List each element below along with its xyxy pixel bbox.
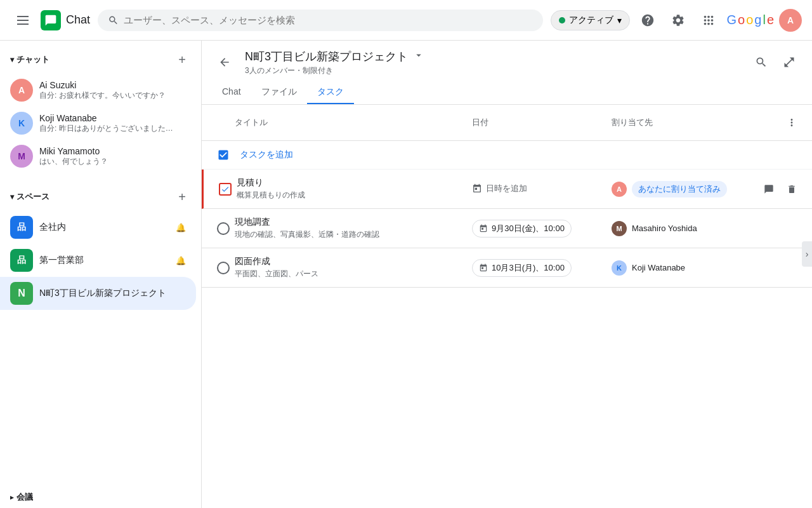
space-icon-n-project: N: [10, 282, 33, 305]
app-icon: [41, 10, 61, 30]
expand-button[interactable]: [776, 50, 802, 75]
chat-item-miki-yamamoto[interactable]: M Miki Yamamoto はい、何でしょう？: [0, 140, 196, 173]
apps-button[interactable]: [696, 8, 721, 33]
assignee-avatar-2: K: [612, 260, 627, 276]
meetings-chevron-icon: ▸: [10, 493, 14, 502]
add-task-label[interactable]: タスクを追加: [240, 149, 293, 161]
space-item-zenshain[interactable]: 品 全社内 🔔: [0, 211, 196, 244]
collapse-handle[interactable]: ›: [802, 241, 812, 267]
add-task-row[interactable]: タスクを追加: [202, 141, 812, 170]
space-item-daiichi[interactable]: 品 第一営業部 🔔: [0, 244, 196, 277]
back-arrow-icon: [218, 56, 231, 69]
hamburger-icon: [12, 11, 34, 30]
task-circle-2[interactable]: [217, 262, 230, 274]
chats-section-header[interactable]: ▾ チャット +: [0, 46, 201, 74]
task-date-0[interactable]: 日時を追加: [472, 183, 612, 196]
space-icon-zenshain: 品: [10, 216, 33, 239]
search-input[interactable]: [124, 15, 533, 25]
expand-icon: [783, 56, 796, 69]
add-date-chip-0[interactable]: 日時を追加: [472, 183, 527, 194]
assignee-chip-0[interactable]: あなたに割り当て済み: [632, 181, 727, 197]
space-title-dropdown-button[interactable]: [412, 48, 426, 64]
user-avatar[interactable]: A: [779, 9, 802, 32]
content-tabs: Chat ファイル タスク: [212, 81, 802, 104]
meetings-title: 会議: [16, 491, 33, 503]
more-options-header-button[interactable]: [782, 112, 802, 133]
col-actions-header: [751, 112, 802, 133]
tab-files[interactable]: ファイル: [251, 81, 307, 104]
topbar-right: アクティブ ▾ Google A: [551, 8, 802, 33]
app-title: Chat: [66, 13, 90, 27]
calendar-icon-2: [479, 264, 488, 272]
topbar: Chat アクティブ ▾ Google A: [0, 0, 812, 41]
task-row-0: 見積り 概算見積もりの作成 日時を追加 A あなたに割り当て済み: [202, 170, 812, 209]
task-actions-0: [751, 179, 802, 199]
chat-item-koji-watanabe[interactable]: K Koji Watanabe 自分: 昨日はありがとうございました…: [0, 107, 196, 140]
add-task-checkmark-icon: [217, 149, 230, 161]
task-row-1: 現地調査 現地の確認、写真撮影、近隣・道路の確認 9月30日(金)、10:00 …: [202, 209, 812, 248]
hamburger-button[interactable]: [10, 8, 36, 33]
date-chip-1[interactable]: 9月30日(金)、10:00: [472, 220, 572, 237]
chat-item-preview: はい、何でしょう？: [39, 156, 186, 167]
collapse-icon: ›: [806, 249, 809, 259]
avatar-miki-yamamoto: M: [10, 145, 33, 168]
task-circle-1[interactable]: [217, 222, 230, 235]
col-assign-header: 割り当て先: [612, 117, 751, 128]
spaces-section: ▾ スペース + 品 全社内 🔔 品 第一営業部 🔔: [0, 178, 201, 315]
content-area: N町3丁目ビル新築プロジェクト 3人のメンバー・制限付き: [202, 41, 812, 508]
space-title-area: N町3丁目ビル新築プロジェクト 3人のメンバー・制限付き: [245, 48, 741, 76]
back-button[interactable]: [212, 50, 237, 75]
add-space-button[interactable]: +: [173, 188, 191, 206]
meetings-header[interactable]: ▸ 会議: [0, 486, 201, 508]
task-name-0: 見積り: [237, 177, 472, 189]
more-vert-icon: [786, 117, 797, 128]
settings-button[interactable]: [665, 8, 691, 33]
add-task-icon-area: [212, 149, 235, 161]
tab-chat[interactable]: Chat: [212, 81, 251, 104]
help-button[interactable]: [635, 8, 660, 33]
task-check-2[interactable]: [212, 262, 235, 274]
chats-section-title: ▾ チャット: [10, 54, 49, 65]
task-area: タイトル 日付 割り当て先 タスクを追加: [202, 105, 812, 508]
apps-icon: [702, 13, 716, 27]
task-check-1[interactable]: [212, 222, 235, 235]
space-item-info-n-project: N町3丁目ビル新築プロジェクト: [39, 288, 186, 299]
content-header-top: N町3丁目ビル新築プロジェクト 3人のメンバー・制限付き: [212, 48, 802, 76]
chat-item-ai-suzuki[interactable]: A Ai Suzuki 自分: お疲れ様です。今いいですか？: [0, 74, 196, 107]
task-check-0[interactable]: [214, 183, 237, 196]
chat-item-name: Ai Suzuki: [39, 80, 186, 90]
app-logo-area: Chat: [10, 8, 90, 33]
task-checkbox-0[interactable]: [219, 183, 232, 196]
status-button[interactable]: アクティブ ▾: [551, 10, 630, 30]
check-icon-0: [221, 185, 230, 194]
task-assign-1: M Masahiro Yoshida: [612, 221, 751, 236]
calendar-icon-1: [479, 224, 488, 233]
space-icon-daiichi: 品: [10, 249, 33, 272]
col-title-header: タイトル: [235, 117, 472, 128]
task-row-2: 図面作成 平面図、立面図、パース 10月3日(月)、10:00 K Koji W…: [202, 248, 812, 288]
avatar-koji-watanabe: K: [10, 112, 33, 135]
space-item-n-project[interactable]: N N町3丁目ビル新築プロジェクト: [0, 277, 196, 310]
chat-item-info-koji-watanabe: Koji Watanabe 自分: 昨日はありがとうございました…: [39, 113, 186, 134]
date-chip-2[interactable]: 10月3日(月)、10:00: [472, 259, 572, 277]
chat-logo-svg: [44, 14, 57, 27]
comment-icon-0: [764, 184, 774, 194]
task-date-2[interactable]: 10月3日(月)、10:00: [472, 259, 612, 277]
pin-icon-daiichi: 🔔: [176, 256, 186, 265]
task-date-1[interactable]: 9月30日(金)、10:00: [472, 220, 612, 237]
tab-tasks[interactable]: タスク: [307, 81, 354, 104]
spaces-section-header[interactable]: ▾ スペース +: [0, 183, 201, 211]
task-desc-1: 現地の確認、写真撮影、近隣・道路の確認: [235, 229, 472, 240]
comment-button-0[interactable]: [759, 179, 779, 199]
spaces-chevron-icon: ▾: [10, 192, 14, 201]
content-search-button[interactable]: [749, 50, 774, 75]
space-item-info-daiichi: 第一営業部: [39, 255, 169, 266]
space-title-dropdown-icon: [413, 50, 424, 61]
delete-button-0[interactable]: [782, 179, 802, 199]
task-desc-0: 概算見積もりの作成: [237, 190, 472, 201]
search-wrapper[interactable]: [98, 10, 543, 31]
search-icon: [108, 15, 119, 26]
task-info-2: 図面作成 平面図、立面図、パース: [235, 256, 472, 279]
status-dropdown-arrow: ▾: [617, 15, 622, 25]
add-chat-button[interactable]: +: [173, 51, 191, 69]
